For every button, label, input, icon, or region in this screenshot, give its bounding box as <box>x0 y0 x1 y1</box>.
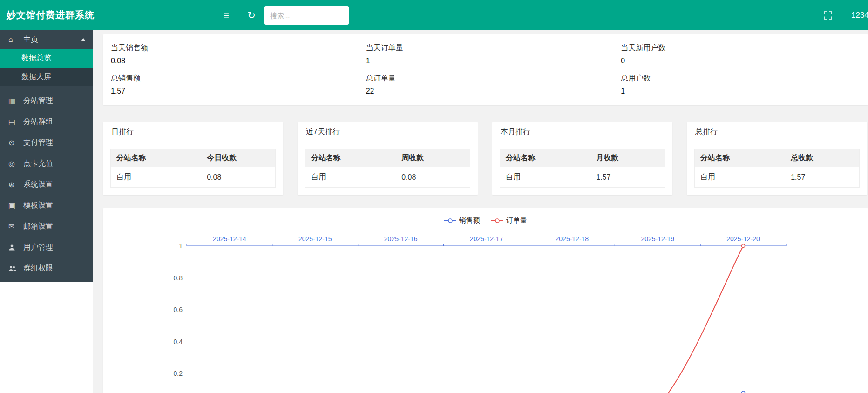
column-header: 分站名称 <box>695 149 786 167</box>
stat-label: 当天新用户数 <box>621 43 868 53</box>
rankings-row: 日排行 分站名称 今日收款 自用 0.08 近7天排行 <box>103 122 868 195</box>
column-header: 今日收款 <box>201 149 275 167</box>
svg-text:2025-12-15: 2025-12-15 <box>298 235 332 243</box>
card-title: 近7天排行 <box>298 122 478 142</box>
collapse-sidebar-icon[interactable]: ≡ <box>216 0 237 30</box>
stat-label: 总用户数 <box>621 74 868 83</box>
sidebar-item-label: 分站管理 <box>23 96 53 106</box>
sidebar-item-group-permissions[interactable]: 群组权限 <box>0 258 93 279</box>
stat-value: 22 <box>366 87 613 95</box>
sidebar-item-system-settings[interactable]: ⊛ 系统设置 <box>0 174 93 195</box>
column-header: 分站名称 <box>111 149 202 167</box>
template-icon: ▣ <box>8 201 20 210</box>
sidebar: ⌂ 主页 数据总览 数据大屏 ▦ 分站管理 ▤ 分站群组 ⊙ 支付管理 ◎ 点卡… <box>0 30 93 282</box>
sidebar-item-mail-settings[interactable]: ✉ 邮箱设置 <box>0 216 93 237</box>
rank-table: 分站名称 月收款 自用 1.57 <box>500 149 665 188</box>
user-group-icon <box>8 265 20 272</box>
sidebar-item-site-groups[interactable]: ▤ 分站群组 <box>0 111 93 132</box>
search-box <box>264 6 349 25</box>
svg-text:2025-12-16: 2025-12-16 <box>384 235 418 243</box>
sidebar-item-site-management[interactable]: ▦ 分站管理 <box>0 90 93 111</box>
rank-table: 分站名称 总收款 自用 1.57 <box>694 149 860 188</box>
stat-today-sales: 当天销售额 0.08 <box>103 39 358 69</box>
stat-value: 0.08 <box>111 57 358 65</box>
rank-table: 分站名称 今日收款 自用 0.08 <box>110 149 276 188</box>
home-icon: ⌂ <box>8 35 20 44</box>
rows-icon: ▤ <box>8 117 20 126</box>
table-row: 自用 1.57 <box>500 167 665 188</box>
refresh-icon[interactable]: ↻ <box>241 0 262 30</box>
card-title: 本月排行 <box>492 122 672 142</box>
sidebar-item-label: 系统设置 <box>23 180 53 190</box>
sidebar-item-label: 用户管理 <box>23 243 53 252</box>
line-circle-icon <box>444 218 456 224</box>
sidebar-submenu-home: 数据总览 数据大屏 <box>0 49 93 86</box>
table-header-row: 分站名称 月收款 <box>500 149 665 167</box>
svg-text:2025-12-20: 2025-12-20 <box>726 235 760 243</box>
sidebar-item-home[interactable]: ⌂ 主页 <box>0 30 93 49</box>
sidebar-item-payment[interactable]: ⊙ 支付管理 <box>0 132 93 153</box>
cell-site-name: 自用 <box>305 167 396 188</box>
stat-total-orders: 总订单量 22 <box>358 69 613 100</box>
svg-text:0.8: 0.8 <box>174 274 183 282</box>
sidebar-item-label: 模板设置 <box>23 201 53 210</box>
user-icon <box>8 244 20 251</box>
cell-site-name: 自用 <box>500 167 591 188</box>
sidebar-item-template-settings[interactable]: ▣ 模板设置 <box>0 195 93 216</box>
sidebar-item-label: 支付管理 <box>23 138 53 148</box>
sidebar-item-label: 邮箱设置 <box>23 222 53 231</box>
stat-label: 总销售额 <box>111 74 358 83</box>
column-header: 总收款 <box>785 149 859 167</box>
search-input[interactable] <box>264 6 349 25</box>
cell-site-name: 自用 <box>111 167 202 188</box>
cell-amount: 1.57 <box>785 167 859 188</box>
rank-card-daily: 日排行 分站名称 今日收款 自用 0.08 <box>103 122 283 195</box>
legend-item-sales[interactable]: 销售额 <box>444 216 480 225</box>
gear-icon: ⊛ <box>8 180 20 189</box>
legend-label-sales: 销售额 <box>459 216 480 225</box>
main-content: 当天销售额 0.08 当天订单量 1 当天新用户数 0 总销售额 1.57 总订… <box>93 30 868 393</box>
rank-card-week: 近7天排行 分站名称 周收款 自用 0.08 <box>298 122 478 195</box>
sidebar-item-user-management[interactable]: 用户管理 <box>0 237 93 258</box>
stat-today-orders: 当天订单量 1 <box>358 39 613 69</box>
cell-amount: 0.08 <box>396 167 470 188</box>
grid-icon: ▦ <box>8 96 20 105</box>
stat-today-new-users: 当天新用户数 0 <box>613 39 868 69</box>
column-header: 周收款 <box>396 149 470 167</box>
stat-label: 总订单量 <box>366 74 613 83</box>
table-header-row: 分站名称 周收款 <box>305 149 470 167</box>
sidebar-item-label: 数据大屏 <box>21 72 51 82</box>
fullscreen-icon[interactable] <box>818 0 838 30</box>
cell-amount: 0.08 <box>201 167 275 188</box>
username[interactable]: 1234 <box>851 0 868 30</box>
svg-text:0.2: 0.2 <box>174 370 183 377</box>
stat-value: 1 <box>366 57 613 65</box>
table-row: 自用 1.57 <box>695 167 860 188</box>
card-title: 日排行 <box>103 122 283 142</box>
sidebar-item-card-recharge[interactable]: ◎ 点卡充值 <box>0 153 93 174</box>
app-title: 妙文馆付费进群系统 <box>7 0 95 30</box>
stat-label: 当天订单量 <box>366 43 613 53</box>
recharge-card-icon: ◎ <box>8 159 20 168</box>
svg-text:2025-12-18: 2025-12-18 <box>556 235 589 243</box>
stat-value: 0 <box>621 57 868 65</box>
sidebar-item-data-overview[interactable]: 数据总览 <box>0 49 93 68</box>
chart-canvas[interactable]: 00.20.40.60.812025-12-142025-12-142025-1… <box>103 208 868 393</box>
header: 妙文馆付费进群系统 ≡ ↻ 1234 <box>0 0 868 30</box>
column-header: 月收款 <box>590 149 665 167</box>
sidebar-item-label: 数据总览 <box>21 54 51 63</box>
stat-total-users: 总用户数 1 <box>613 69 868 100</box>
table-row: 自用 0.08 <box>305 167 470 188</box>
svg-text:0.4: 0.4 <box>174 338 183 346</box>
cell-site-name: 自用 <box>695 167 786 188</box>
stat-value: 1.57 <box>111 87 358 95</box>
chart-legend: 销售额 订单量 <box>103 216 868 225</box>
rank-card-total: 总排行 分站名称 总收款 自用 1.57 <box>687 122 867 195</box>
stat-value: 1 <box>621 87 868 95</box>
svg-text:0.6: 0.6 <box>174 306 183 313</box>
sidebar-item-data-screen[interactable]: 数据大屏 <box>0 68 93 86</box>
stats-panel: 当天销售额 0.08 当天订单量 1 当天新用户数 0 总销售额 1.57 总订… <box>103 34 868 105</box>
payment-icon: ⊙ <box>8 138 20 147</box>
card-title: 总排行 <box>687 122 867 142</box>
legend-item-orders[interactable]: 订单量 <box>491 216 527 225</box>
